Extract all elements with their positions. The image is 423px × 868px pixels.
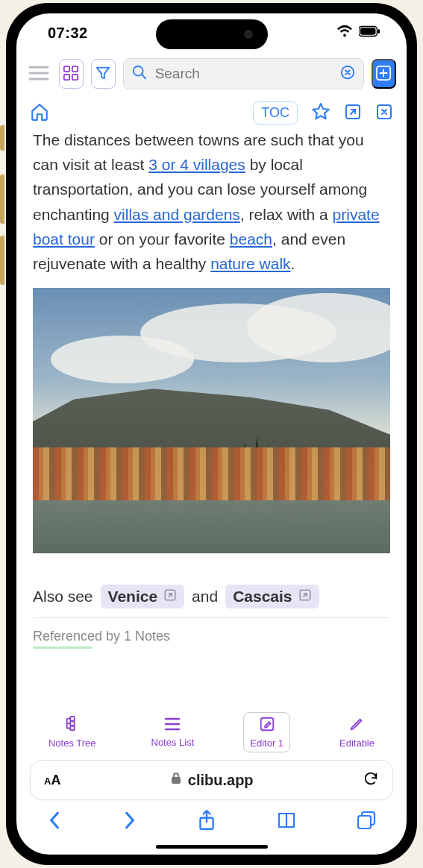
svg-rect-18 (172, 777, 181, 784)
tabs-button[interactable] (356, 810, 377, 834)
link-villas-gardens[interactable]: villas and gardens (114, 206, 240, 223)
filter-icon (95, 65, 111, 84)
chip-venice[interactable]: Venice (101, 585, 185, 608)
back-button[interactable] (46, 811, 63, 833)
plus-icon (375, 65, 392, 84)
lock-icon (170, 772, 182, 789)
link-villages[interactable]: 3 or 4 villages (148, 156, 245, 173)
battery-icon (359, 25, 381, 40)
open-external-icon (298, 588, 312, 606)
article-text: . (291, 255, 295, 272)
svg-rect-15 (70, 721, 75, 726)
article-text: , relax with a (240, 206, 333, 223)
svg-rect-2 (377, 29, 380, 34)
note-toolbar: TOC (16, 95, 407, 130)
also-see-label: Also see (33, 588, 93, 606)
toc-button[interactable]: TOC (253, 101, 298, 125)
chip-label: Venice (108, 588, 158, 606)
safari-nav (16, 800, 407, 843)
svg-rect-3 (64, 66, 69, 71)
link-nature-walk[interactable]: nature walk (210, 255, 290, 272)
hamburger-icon (28, 65, 49, 84)
search-input[interactable] (155, 66, 332, 82)
svg-rect-4 (72, 66, 78, 71)
svg-rect-14 (70, 717, 75, 721)
star-button[interactable] (311, 102, 330, 125)
tree-icon (63, 716, 81, 735)
referenced-by[interactable]: Referenced by 1 Notes (33, 618, 390, 647)
open-external-icon (163, 588, 177, 606)
open-external-button[interactable] (344, 103, 362, 124)
pencil-icon (348, 716, 366, 735)
status-time: 07:32 (48, 25, 88, 42)
reload-button[interactable] (363, 770, 379, 790)
also-see-conjunction: and (192, 588, 218, 606)
status-bar: 07:32 (16, 13, 407, 52)
home-button[interactable] (30, 102, 49, 125)
page-domain: clibu.app (170, 772, 254, 789)
phone-volume-up (0, 174, 4, 224)
list-icon (163, 717, 181, 734)
svg-rect-1 (360, 28, 376, 34)
notch (156, 19, 268, 49)
tab-notes-tree[interactable]: Notes Tree (43, 713, 102, 752)
svg-rect-5 (64, 74, 69, 79)
app-toolbar (16, 52, 407, 95)
wifi-icon (336, 25, 353, 41)
text-size-button[interactable]: AA (44, 773, 60, 788)
svg-rect-16 (70, 726, 75, 731)
home-indicator (156, 845, 268, 849)
chip-cascais[interactable]: Cascais (225, 585, 319, 608)
svg-rect-6 (72, 74, 78, 79)
close-button[interactable] (375, 103, 393, 124)
grid-view-button[interactable] (59, 59, 84, 89)
phone-volume-down (0, 236, 4, 285)
domain-text: clibu.app (188, 772, 254, 789)
phone-silent-switch (0, 125, 4, 151)
search-box[interactable] (123, 58, 364, 89)
tab-editable[interactable]: Editable (333, 713, 380, 752)
address-bar-wrap: AA clibu.app (16, 757, 407, 800)
note-content: The distances between towns are such tha… (16, 130, 407, 705)
article-text: or on your favorite (95, 230, 230, 248)
forward-button[interactable] (122, 811, 138, 833)
add-button[interactable] (372, 59, 396, 89)
bookmarks-button[interactable] (276, 811, 297, 833)
address-bar[interactable]: AA clibu.app (30, 760, 393, 800)
chip-label: Cascais (233, 588, 292, 606)
app-tabs: Notes Tree Notes List Editor 1 Editable (16, 705, 407, 757)
clear-search-icon[interactable] (339, 64, 356, 84)
screen: 07:32 (16, 13, 407, 855)
edit-square-icon (258, 716, 276, 735)
share-button[interactable] (197, 809, 216, 834)
also-see-section: Also see Venice and Cascais (33, 585, 390, 608)
tab-label: Notes List (151, 737, 195, 748)
article-paragraph: The distances between towns are such tha… (33, 130, 390, 276)
tab-label: Editable (339, 738, 375, 749)
menu-button[interactable] (27, 59, 51, 89)
svg-rect-21 (358, 816, 371, 828)
tab-notes-list[interactable]: Notes List (145, 714, 201, 751)
tab-label: Editor 1 (250, 738, 283, 749)
tab-label: Notes Tree (48, 738, 96, 749)
tab-editor[interactable]: Editor 1 (243, 712, 290, 752)
link-beach[interactable]: beach (230, 230, 272, 248)
article-image (33, 288, 390, 553)
grid-icon (63, 65, 79, 84)
search-icon (131, 64, 148, 84)
phone-frame: 07:32 (6, 3, 417, 865)
filter-button[interactable] (91, 59, 116, 89)
